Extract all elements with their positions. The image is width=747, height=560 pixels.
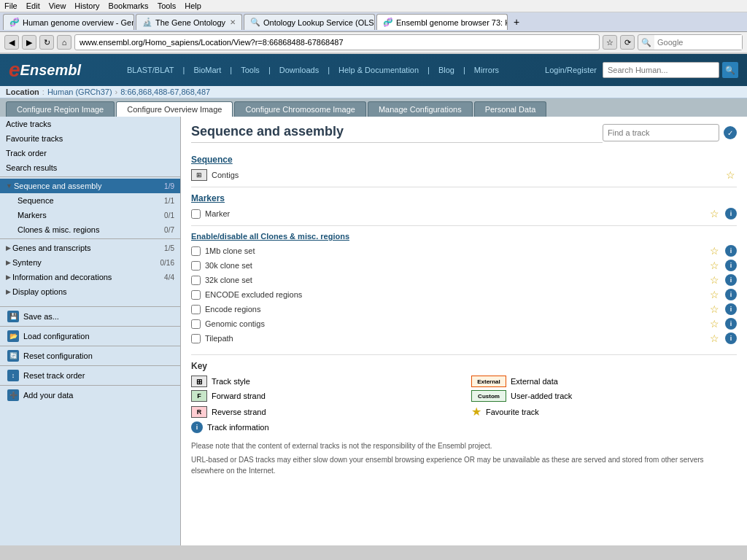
find-track-input[interactable]: [603, 124, 719, 141]
sidebar-item-info-decorations[interactable]: ▶ Information and decorations 4/4: [0, 270, 180, 284]
sidebar-item-track-order[interactable]: Track order: [0, 146, 180, 160]
menu-history[interactable]: History: [74, 1, 99, 10]
logo-text: Ensembl: [20, 62, 81, 79]
nav-downloads[interactable]: Downloads: [279, 66, 319, 74]
tab-personal-data[interactable]: Personal Data: [474, 101, 547, 117]
sidebar-item-clones[interactable]: Clones & misc. regions 0/7: [0, 222, 180, 237]
30k-star[interactable]: ☆: [710, 260, 719, 271]
header-search-button[interactable]: 🔍: [722, 62, 738, 78]
menu-file[interactable]: File: [4, 1, 18, 10]
1mb-star[interactable]: ☆: [710, 245, 719, 257]
browser-tab-2[interactable]: 🔬 The Gene Ontology ✕: [136, 14, 242, 30]
sidebar-item-active-tracks[interactable]: Active tracks: [0, 117, 180, 131]
sidebar-item-sequence-assembly[interactable]: ▼ Sequence and assembly 1/9: [0, 179, 180, 193]
marker-star[interactable]: ☆: [710, 208, 719, 219]
30k-checkbox[interactable]: [191, 261, 201, 271]
menu-edit[interactable]: Edit: [26, 1, 40, 10]
tilepath-info[interactable]: i: [725, 332, 737, 344]
sidebar-item-display-options[interactable]: ▶ Display options: [0, 284, 180, 299]
tab-icon-4: 🧬: [383, 18, 393, 27]
markers-header[interactable]: Markers: [191, 193, 737, 203]
key-star-label: Favourite track: [486, 408, 539, 416]
sequence-header[interactable]: Sequence: [191, 155, 737, 165]
encode-excluded-star[interactable]: ☆: [710, 289, 719, 300]
encode-regions-info[interactable]: i: [725, 303, 737, 315]
nav-biomart[interactable]: BioMart: [193, 66, 221, 74]
sidebar-item-synteny[interactable]: ▶ Synteny 0/16: [0, 255, 180, 270]
ensembl-logo[interactable]: e Ensembl: [9, 58, 81, 82]
32k-info[interactable]: i: [725, 274, 737, 286]
browser-tab-4[interactable]: 🧬 Ensembl genome browser 73: Homo ... ✕: [376, 14, 508, 30]
tilepath-checkbox[interactable]: [191, 334, 201, 343]
track-row-tilepath: Tilepath ☆ i: [191, 331, 737, 346]
menu-help[interactable]: Help: [185, 1, 201, 10]
close-panel-button[interactable]: ✓: [724, 126, 737, 139]
genomic-contigs-checkbox[interactable]: [191, 319, 201, 329]
clones-header[interactable]: Enable/disable all Clones & misc. region…: [191, 232, 737, 241]
header-search-input[interactable]: [603, 62, 719, 78]
key-title: Key: [191, 361, 737, 371]
1mb-checkbox[interactable]: [191, 246, 201, 256]
add-your-data-action[interactable]: ➕ Add your data: [0, 385, 180, 405]
tab-configure-region[interactable]: Configure Region Image: [6, 101, 115, 117]
nav-tools[interactable]: Tools: [241, 66, 260, 74]
encode-excluded-checkbox[interactable]: [191, 290, 201, 300]
browser-search-input[interactable]: [654, 35, 742, 50]
main-area: Active tracks Favourite tracks Track ord…: [0, 117, 747, 545]
tab-icon-2: 🔬: [142, 18, 152, 27]
encode-excluded-info[interactable]: i: [725, 289, 737, 300]
1mb-info[interactable]: i: [725, 245, 737, 257]
tab-configure-overview[interactable]: Configure Overview Image: [116, 101, 233, 117]
sidebar-item-markers[interactable]: Markers 0/1: [0, 208, 180, 222]
tab-configure-chromosome[interactable]: Configure Chromosome Image: [234, 101, 365, 117]
reset-config-action[interactable]: 🔄 Reset configuration: [0, 346, 180, 365]
url-input[interactable]: [74, 34, 600, 50]
sequence-section: Sequence ⊞ Contigs ☆: [191, 155, 737, 182]
menu-view[interactable]: View: [49, 1, 66, 10]
30k-info[interactable]: i: [725, 260, 737, 271]
sidebar-item-sequence[interactable]: Sequence 1/1: [0, 193, 180, 208]
home-button[interactable]: ⌂: [57, 35, 71, 50]
breadcrumb-location[interactable]: 8:66,868,488-67,868,487: [120, 88, 210, 96]
tab-close-2[interactable]: ✕: [230, 18, 236, 26]
key-info-label: Track information: [207, 423, 269, 432]
contigs-star[interactable]: ☆: [726, 169, 735, 181]
sidebar-item-search-results[interactable]: Search results: [0, 160, 180, 175]
breadcrumb-species[interactable]: Human (GRCh37): [47, 88, 112, 96]
save-as-action[interactable]: 💾 Save as...: [0, 306, 180, 326]
genomic-contigs-info[interactable]: i: [725, 318, 737, 330]
header-search: 🔍: [603, 62, 738, 78]
back-button[interactable]: ◀: [4, 35, 19, 50]
forward-button[interactable]: ▶: [22, 35, 36, 50]
marker-info[interactable]: i: [725, 208, 737, 219]
menu-bookmarks[interactable]: Bookmarks: [109, 1, 149, 10]
browser-tab-3[interactable]: 🔍 Ontology Lookup Service (OLS) ✕: [244, 14, 375, 30]
note-2: URL-based or DAS tracks may either slow …: [191, 454, 737, 476]
nav-mirrors[interactable]: Mirrors: [474, 66, 499, 74]
genomic-contigs-star[interactable]: ☆: [710, 318, 719, 330]
nav-blast[interactable]: BLAST/BLAT: [127, 66, 174, 74]
nav-help[interactable]: Help & Documentation: [338, 66, 419, 74]
tab-manage-configs[interactable]: Manage Configurations: [368, 101, 473, 117]
32k-checkbox[interactable]: [191, 276, 201, 285]
menu-tools[interactable]: Tools: [158, 1, 177, 10]
notes-section: Please note that the content of external…: [191, 440, 737, 476]
encode-regions-star[interactable]: ☆: [710, 303, 719, 315]
right-panel: Sequence and assembly ✓ Sequence ⊞ Conti…: [181, 117, 747, 545]
sidebar-item-genes-transcripts[interactable]: ▶ Genes and transcripts 1/5: [0, 241, 180, 255]
nav-blog[interactable]: Blog: [438, 66, 454, 74]
reload-button[interactable]: ↻: [39, 35, 54, 50]
load-config-action[interactable]: 📂 Load configuration: [0, 326, 180, 346]
sidebar-item-favourite-tracks[interactable]: Favourite tracks: [0, 131, 180, 146]
refresh-button[interactable]: ⟳: [620, 35, 635, 50]
login-link[interactable]: Login/Register: [545, 66, 597, 74]
genomic-contigs-label: Genomic contigs: [205, 319, 705, 328]
reset-track-order-action[interactable]: ↕ Reset track order: [0, 365, 180, 385]
browser-tab-1[interactable]: 🧬 Human genome overview - Genome ... ✕: [3, 14, 134, 30]
marker-checkbox[interactable]: [191, 209, 201, 219]
32k-star[interactable]: ☆: [710, 274, 719, 286]
bookmark-star[interactable]: ☆: [603, 35, 617, 50]
new-tab-button[interactable]: +: [509, 14, 524, 30]
tilepath-star[interactable]: ☆: [710, 332, 719, 344]
encode-regions-checkbox[interactable]: [191, 305, 201, 314]
